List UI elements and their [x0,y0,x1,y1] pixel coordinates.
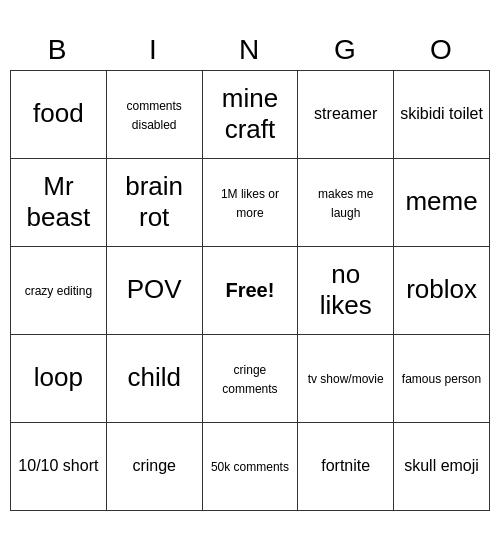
cell-text: mine craft [222,83,278,144]
table-row: Mr beastbrain rot1M likes or moremakes m… [11,158,490,246]
bingo-header: BINGO [10,34,490,66]
table-row: foodcomments disabledmine craftstreamers… [11,70,490,158]
bingo-cell: cringe [106,422,202,510]
cell-text: fortnite [321,457,370,474]
bingo-cell: famous person [394,334,490,422]
cell-text: skibidi toilet [400,105,483,122]
cell-text: 1M likes or more [221,187,279,220]
cell-text: famous person [402,372,481,386]
bingo-cell: streamer [298,70,394,158]
bingo-cell: mine craft [202,70,298,158]
cell-text: Free! [225,279,274,301]
bingo-cell: 1M likes or more [202,158,298,246]
header-letter: O [394,34,490,66]
bingo-cell: Mr beast [11,158,107,246]
cell-text: food [33,98,84,128]
cell-text: loop [34,362,83,392]
bingo-cell: fortnite [298,422,394,510]
bingo-cell: skibidi toilet [394,70,490,158]
bingo-cell: brain rot [106,158,202,246]
bingo-cell: tv show/movie [298,334,394,422]
header-letter: N [202,34,298,66]
bingo-cell: loop [11,334,107,422]
header-letter: B [10,34,106,66]
cell-text: roblox [406,274,477,304]
bingo-cell: cringe comments [202,334,298,422]
table-row: loopchildcringe commentstv show/moviefam… [11,334,490,422]
cell-text: no likes [320,259,372,320]
bingo-cell: comments disabled [106,70,202,158]
bingo-grid: foodcomments disabledmine craftstreamers… [10,70,490,511]
cell-text: POV [127,274,182,304]
cell-text: meme [405,186,477,216]
cell-text: 10/10 short [18,457,98,474]
bingo-cell: no likes [298,246,394,334]
header-letter: G [298,34,394,66]
cell-text: brain rot [125,171,183,232]
cell-text: cringe [132,457,176,474]
bingo-cell: meme [394,158,490,246]
bingo-cell: makes me laugh [298,158,394,246]
bingo-container: BINGO foodcomments disabledmine craftstr… [10,34,490,511]
cell-text: cringe comments [222,363,277,396]
table-row: crazy editingPOVFree!no likesroblox [11,246,490,334]
bingo-cell: 50k comments [202,422,298,510]
bingo-cell: skull emoji [394,422,490,510]
cell-text: skull emoji [404,457,479,474]
cell-text: child [127,362,180,392]
cell-text: crazy editing [25,284,92,298]
header-letter: I [106,34,202,66]
bingo-cell: crazy editing [11,246,107,334]
cell-text: Mr beast [27,171,91,232]
bingo-cell: Free! [202,246,298,334]
table-row: 10/10 shortcringe50k commentsfortnitesku… [11,422,490,510]
cell-text: tv show/movie [308,372,384,386]
bingo-cell: roblox [394,246,490,334]
bingo-cell: food [11,70,107,158]
bingo-cell: child [106,334,202,422]
cell-text: makes me laugh [318,187,373,220]
bingo-cell: 10/10 short [11,422,107,510]
bingo-cell: POV [106,246,202,334]
cell-text: 50k comments [211,460,289,474]
cell-text: comments disabled [126,99,181,132]
cell-text: streamer [314,105,377,122]
